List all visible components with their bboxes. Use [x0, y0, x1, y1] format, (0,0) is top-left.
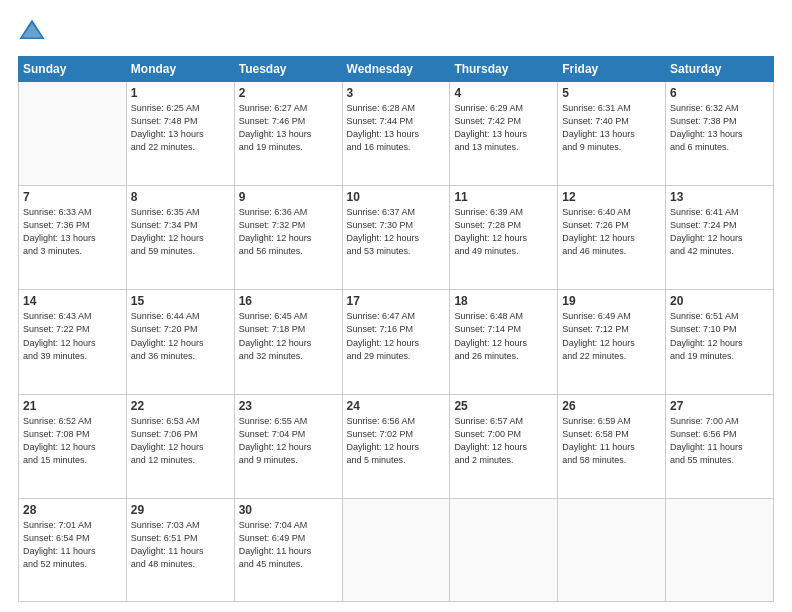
calendar-cell: 22Sunrise: 6:53 AMSunset: 7:06 PMDayligh…	[126, 394, 234, 498]
day-info: Sunrise: 6:53 AMSunset: 7:06 PMDaylight:…	[131, 415, 230, 467]
week-row-3: 14Sunrise: 6:43 AMSunset: 7:22 PMDayligh…	[19, 290, 774, 394]
calendar-cell	[666, 498, 774, 601]
day-number: 22	[131, 399, 230, 413]
day-number: 14	[23, 294, 122, 308]
day-number: 12	[562, 190, 661, 204]
day-number: 17	[347, 294, 446, 308]
week-row-4: 21Sunrise: 6:52 AMSunset: 7:08 PMDayligh…	[19, 394, 774, 498]
week-row-2: 7Sunrise: 6:33 AMSunset: 7:36 PMDaylight…	[19, 186, 774, 290]
weekday-header-wednesday: Wednesday	[342, 57, 450, 82]
day-info: Sunrise: 6:31 AMSunset: 7:40 PMDaylight:…	[562, 102, 661, 154]
calendar-cell: 20Sunrise: 6:51 AMSunset: 7:10 PMDayligh…	[666, 290, 774, 394]
day-info: Sunrise: 7:03 AMSunset: 6:51 PMDaylight:…	[131, 519, 230, 571]
calendar-cell: 12Sunrise: 6:40 AMSunset: 7:26 PMDayligh…	[558, 186, 666, 290]
calendar-cell: 11Sunrise: 6:39 AMSunset: 7:28 PMDayligh…	[450, 186, 558, 290]
day-info: Sunrise: 6:44 AMSunset: 7:20 PMDaylight:…	[131, 310, 230, 362]
header	[18, 18, 774, 46]
day-number: 9	[239, 190, 338, 204]
calendar-cell: 27Sunrise: 7:00 AMSunset: 6:56 PMDayligh…	[666, 394, 774, 498]
weekday-header-thursday: Thursday	[450, 57, 558, 82]
day-info: Sunrise: 6:25 AMSunset: 7:48 PMDaylight:…	[131, 102, 230, 154]
calendar-cell	[558, 498, 666, 601]
calendar-cell: 24Sunrise: 6:56 AMSunset: 7:02 PMDayligh…	[342, 394, 450, 498]
day-info: Sunrise: 6:56 AMSunset: 7:02 PMDaylight:…	[347, 415, 446, 467]
day-number: 8	[131, 190, 230, 204]
day-number: 13	[670, 190, 769, 204]
weekday-header-monday: Monday	[126, 57, 234, 82]
day-number: 28	[23, 503, 122, 517]
day-number: 10	[347, 190, 446, 204]
day-number: 20	[670, 294, 769, 308]
day-info: Sunrise: 7:01 AMSunset: 6:54 PMDaylight:…	[23, 519, 122, 571]
calendar-cell: 2Sunrise: 6:27 AMSunset: 7:46 PMDaylight…	[234, 82, 342, 186]
day-info: Sunrise: 6:32 AMSunset: 7:38 PMDaylight:…	[670, 102, 769, 154]
calendar-cell: 26Sunrise: 6:59 AMSunset: 6:58 PMDayligh…	[558, 394, 666, 498]
calendar-cell: 3Sunrise: 6:28 AMSunset: 7:44 PMDaylight…	[342, 82, 450, 186]
weekday-header-friday: Friday	[558, 57, 666, 82]
day-number: 2	[239, 86, 338, 100]
day-number: 21	[23, 399, 122, 413]
day-number: 25	[454, 399, 553, 413]
day-info: Sunrise: 6:29 AMSunset: 7:42 PMDaylight:…	[454, 102, 553, 154]
calendar-cell: 29Sunrise: 7:03 AMSunset: 6:51 PMDayligh…	[126, 498, 234, 601]
day-number: 4	[454, 86, 553, 100]
calendar-cell: 8Sunrise: 6:35 AMSunset: 7:34 PMDaylight…	[126, 186, 234, 290]
day-info: Sunrise: 6:27 AMSunset: 7:46 PMDaylight:…	[239, 102, 338, 154]
day-info: Sunrise: 6:57 AMSunset: 7:00 PMDaylight:…	[454, 415, 553, 467]
day-info: Sunrise: 6:37 AMSunset: 7:30 PMDaylight:…	[347, 206, 446, 258]
calendar-cell: 19Sunrise: 6:49 AMSunset: 7:12 PMDayligh…	[558, 290, 666, 394]
logo-icon	[18, 18, 46, 46]
day-number: 16	[239, 294, 338, 308]
calendar-cell: 14Sunrise: 6:43 AMSunset: 7:22 PMDayligh…	[19, 290, 127, 394]
weekday-header-sunday: Sunday	[19, 57, 127, 82]
calendar-cell: 1Sunrise: 6:25 AMSunset: 7:48 PMDaylight…	[126, 82, 234, 186]
day-info: Sunrise: 6:43 AMSunset: 7:22 PMDaylight:…	[23, 310, 122, 362]
calendar-cell	[342, 498, 450, 601]
weekday-header-saturday: Saturday	[666, 57, 774, 82]
calendar-cell: 18Sunrise: 6:48 AMSunset: 7:14 PMDayligh…	[450, 290, 558, 394]
day-number: 1	[131, 86, 230, 100]
day-number: 23	[239, 399, 338, 413]
calendar-cell: 17Sunrise: 6:47 AMSunset: 7:16 PMDayligh…	[342, 290, 450, 394]
week-row-5: 28Sunrise: 7:01 AMSunset: 6:54 PMDayligh…	[19, 498, 774, 601]
day-info: Sunrise: 6:39 AMSunset: 7:28 PMDaylight:…	[454, 206, 553, 258]
calendar-cell: 15Sunrise: 6:44 AMSunset: 7:20 PMDayligh…	[126, 290, 234, 394]
calendar-cell	[450, 498, 558, 601]
calendar-cell: 25Sunrise: 6:57 AMSunset: 7:00 PMDayligh…	[450, 394, 558, 498]
calendar-cell: 16Sunrise: 6:45 AMSunset: 7:18 PMDayligh…	[234, 290, 342, 394]
day-number: 26	[562, 399, 661, 413]
day-info: Sunrise: 7:00 AMSunset: 6:56 PMDaylight:…	[670, 415, 769, 467]
day-info: Sunrise: 6:28 AMSunset: 7:44 PMDaylight:…	[347, 102, 446, 154]
calendar-cell	[19, 82, 127, 186]
day-info: Sunrise: 6:51 AMSunset: 7:10 PMDaylight:…	[670, 310, 769, 362]
calendar-cell: 30Sunrise: 7:04 AMSunset: 6:49 PMDayligh…	[234, 498, 342, 601]
weekday-header-tuesday: Tuesday	[234, 57, 342, 82]
day-info: Sunrise: 6:47 AMSunset: 7:16 PMDaylight:…	[347, 310, 446, 362]
page: SundayMondayTuesdayWednesdayThursdayFrid…	[0, 0, 792, 612]
calendar-cell: 28Sunrise: 7:01 AMSunset: 6:54 PMDayligh…	[19, 498, 127, 601]
day-info: Sunrise: 6:41 AMSunset: 7:24 PMDaylight:…	[670, 206, 769, 258]
day-info: Sunrise: 6:40 AMSunset: 7:26 PMDaylight:…	[562, 206, 661, 258]
day-number: 7	[23, 190, 122, 204]
day-number: 3	[347, 86, 446, 100]
logo	[18, 18, 50, 46]
day-number: 15	[131, 294, 230, 308]
day-number: 30	[239, 503, 338, 517]
day-info: Sunrise: 6:52 AMSunset: 7:08 PMDaylight:…	[23, 415, 122, 467]
calendar-cell: 6Sunrise: 6:32 AMSunset: 7:38 PMDaylight…	[666, 82, 774, 186]
calendar-cell: 9Sunrise: 6:36 AMSunset: 7:32 PMDaylight…	[234, 186, 342, 290]
day-info: Sunrise: 6:45 AMSunset: 7:18 PMDaylight:…	[239, 310, 338, 362]
day-number: 6	[670, 86, 769, 100]
day-info: Sunrise: 6:55 AMSunset: 7:04 PMDaylight:…	[239, 415, 338, 467]
day-number: 24	[347, 399, 446, 413]
day-number: 19	[562, 294, 661, 308]
calendar-cell: 4Sunrise: 6:29 AMSunset: 7:42 PMDaylight…	[450, 82, 558, 186]
day-info: Sunrise: 6:59 AMSunset: 6:58 PMDaylight:…	[562, 415, 661, 467]
calendar-cell: 23Sunrise: 6:55 AMSunset: 7:04 PMDayligh…	[234, 394, 342, 498]
day-number: 27	[670, 399, 769, 413]
day-info: Sunrise: 6:48 AMSunset: 7:14 PMDaylight:…	[454, 310, 553, 362]
day-number: 5	[562, 86, 661, 100]
calendar-table: SundayMondayTuesdayWednesdayThursdayFrid…	[18, 56, 774, 602]
calendar-cell: 5Sunrise: 6:31 AMSunset: 7:40 PMDaylight…	[558, 82, 666, 186]
day-number: 18	[454, 294, 553, 308]
